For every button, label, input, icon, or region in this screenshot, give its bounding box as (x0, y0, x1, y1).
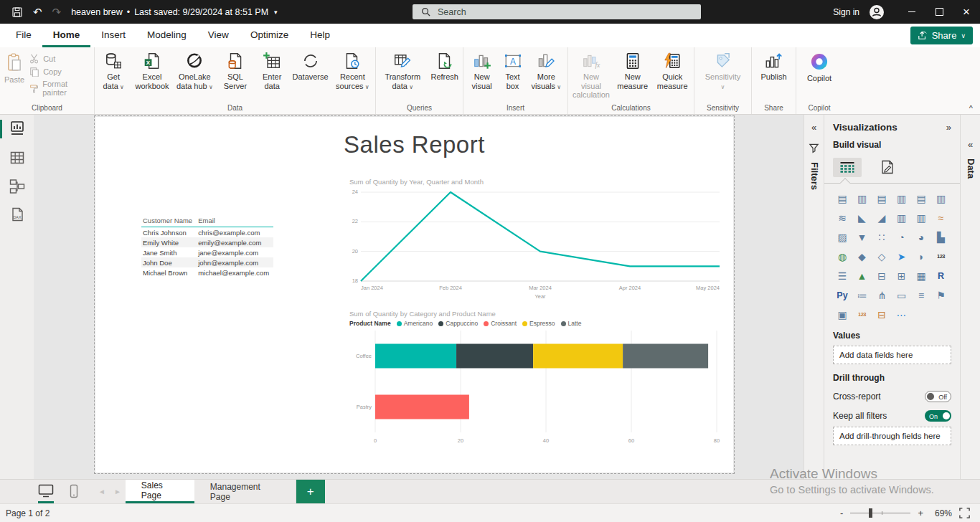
cut-button[interactable]: Cut (27, 52, 93, 65)
chevron-down-icon[interactable]: ▾ (274, 9, 278, 16)
zoom-out-button[interactable]: - (840, 508, 843, 518)
new-visual-button[interactable]: New visual (465, 49, 499, 90)
scatter-chart[interactable]: ∷ (872, 229, 891, 245)
treemap[interactable]: ▙ (932, 229, 951, 245)
more-visuals-button[interactable]: More visuals (527, 49, 566, 92)
azure-map[interactable]: ➤ (892, 249, 911, 264)
gauge[interactable]: ◗ (912, 249, 930, 264)
pie-chart[interactable]: ◔ (892, 229, 911, 245)
line-and-stacked-column-chart[interactable]: ▥ (892, 210, 911, 225)
line-chart[interactable]: ≋ (833, 210, 852, 225)
get-data-button[interactable]: Get data (96, 49, 131, 92)
close-button[interactable]: × (953, 0, 980, 24)
sql-server-button[interactable]: SQL Server (216, 49, 255, 90)
dataverse-button[interactable]: Dataverse (290, 49, 331, 82)
card[interactable]: 123 (932, 249, 951, 264)
cross-report-toggle[interactable]: Off (925, 391, 951, 402)
keep-all-filters-toggle[interactable]: On (925, 410, 951, 422)
values-field-well[interactable]: Add data fields here (833, 346, 951, 364)
table-row[interactable]: Michael Brownmichael@example.com (141, 267, 273, 277)
waterfall-chart[interactable]: ▨ (833, 229, 852, 245)
expand-filters-button[interactable]: « (804, 122, 824, 133)
publish-button[interactable]: Publish (758, 49, 789, 82)
tab-insert[interactable]: Insert (90, 24, 136, 47)
new-card[interactable]: 123 (853, 307, 872, 322)
minimize-button[interactable] (898, 0, 925, 24)
maximize-button[interactable] (925, 0, 953, 24)
table-row[interactable]: Emily Whiteemily@example.com (141, 237, 273, 247)
new-slicer[interactable]: ⊟ (872, 307, 891, 322)
report-canvas[interactable]: Sales Report Customer Name Email Chris J… (95, 117, 733, 473)
tab-view[interactable]: View (197, 24, 240, 47)
sidebar-item-model-view[interactable] (0, 172, 34, 201)
clustered-bar-chart[interactable]: ▤ (872, 191, 891, 206)
page-tab-sales[interactable]: Sales Page (126, 480, 194, 503)
key-influencers[interactable]: ≔ (853, 288, 872, 303)
fit-to-page-icon[interactable] (959, 508, 970, 518)
table-row[interactable]: John Doejohn@example.com (141, 257, 273, 267)
mobile-layout-button[interactable] (70, 484, 78, 500)
data-pane-label[interactable]: Data (965, 158, 976, 179)
area-chart[interactable]: ◣ (853, 210, 872, 225)
kpi[interactable]: ▲ (853, 268, 872, 283)
decomposition-tree[interactable]: ⋔ (872, 288, 891, 303)
transform-data-button[interactable]: Transform data (377, 49, 428, 92)
tab-file[interactable]: File (0, 24, 42, 47)
r-script-visual[interactable]: R (932, 268, 951, 283)
search-box[interactable] (413, 4, 701, 19)
copy-button[interactable]: Copy (27, 65, 93, 78)
paste-button[interactable]: Paste (1, 49, 27, 85)
drill-through-field-well[interactable]: Add drill-through fields here (833, 427, 951, 445)
next-page-button[interactable]: ► (110, 480, 126, 503)
text-box-button[interactable]: A Text box (499, 49, 526, 90)
metrics[interactable]: ⚑ (932, 288, 951, 303)
stacked-column-chart[interactable]: ▥ (853, 191, 872, 206)
slicer[interactable]: ⊟ (872, 268, 891, 283)
sidebar-item-dax-query-view[interactable]: DAX (0, 201, 34, 229)
table-row[interactable]: Jane Smithjane@example.com (141, 247, 273, 257)
legend-item-croissant[interactable]: Croissant (484, 320, 517, 327)
legend-item-cappuccino[interactable]: Cappuccino (438, 320, 478, 327)
expand-data-button[interactable]: « (961, 139, 980, 150)
stacked-area-chart[interactable]: ◢ (872, 210, 891, 225)
100-stacked-bar-chart[interactable]: ▤ (912, 191, 930, 206)
table[interactable]: ⊞ (892, 268, 911, 283)
excel-workbook-button[interactable]: X Excel workbook (131, 49, 173, 90)
share-button[interactable]: Share ∨ (910, 27, 973, 44)
filters-pane-label[interactable]: Filters (809, 162, 820, 190)
map[interactable]: ◍ (833, 249, 852, 264)
tab-optimize[interactable]: Optimize (240, 24, 299, 47)
previous-page-button[interactable]: ◄ (94, 480, 110, 503)
search-input[interactable] (436, 6, 654, 18)
undo-icon[interactable]: ↶ (33, 6, 42, 17)
q-and-a[interactable]: ▭ (892, 288, 911, 303)
refresh-button[interactable]: Refresh (428, 49, 461, 82)
python-visual[interactable]: Py (833, 288, 852, 303)
recent-sources-button[interactable]: Recent sources (331, 49, 374, 92)
zoom-slider[interactable] (850, 513, 910, 513)
column-header[interactable]: Email (197, 215, 273, 227)
stacked-bar-chart[interactable]: ▤ (833, 191, 852, 206)
legend-item-americano[interactable]: Americano (397, 320, 433, 327)
table-row[interactable]: Chris Johnsonchris@example.com (141, 227, 273, 238)
zoom-in-button[interactable]: + (918, 508, 923, 518)
tab-modeling[interactable]: Modeling (136, 24, 197, 47)
sidebar-item-report-view[interactable] (0, 115, 34, 143)
onelake-data-hub-button[interactable]: OneLake data hub (174, 49, 216, 92)
sidebar-item-table-view[interactable] (0, 143, 34, 172)
100-stacked-column-chart[interactable]: ▥ (932, 191, 951, 206)
build-visual-tab[interactable] (833, 158, 862, 177)
line-chart-visual[interactable]: Sum of Quantity by Year, Quarter and Mon… (348, 177, 728, 305)
legend-item-latte[interactable]: Latte (561, 320, 582, 327)
collapse-visualizations-button[interactable]: » (946, 122, 951, 133)
multi-row-card[interactable]: ☰ (833, 268, 852, 283)
shape-map[interactable]: ◇ (872, 249, 891, 264)
tab-help[interactable]: Help (299, 24, 341, 47)
zoom-slider-thumb[interactable] (869, 508, 872, 518)
donut-chart[interactable]: ◕ (912, 229, 930, 245)
account-avatar[interactable] (868, 4, 885, 21)
funnel-chart[interactable]: ▼ (853, 229, 872, 245)
collapse-ribbon-button[interactable]: ^ (969, 104, 973, 113)
get-more-visuals[interactable]: ⋯ (892, 307, 911, 322)
quick-measure-button[interactable]: Quick measure (652, 49, 692, 90)
